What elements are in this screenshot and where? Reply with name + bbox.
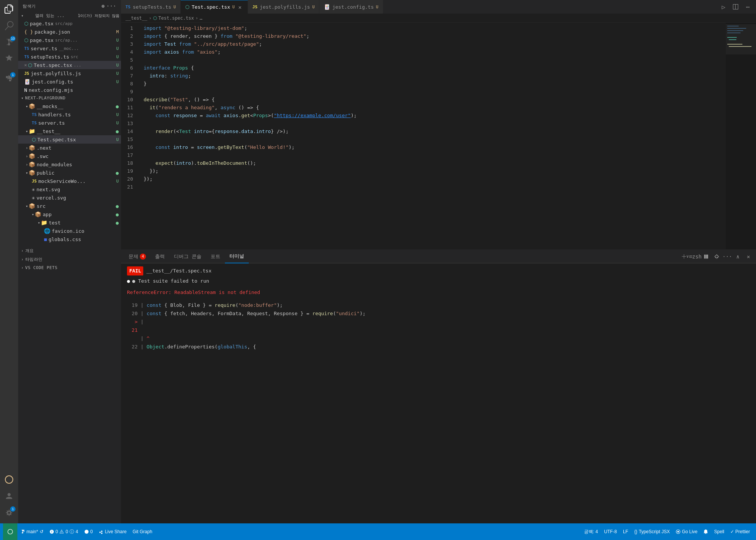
open-file-package-json[interactable]: { } package.json M (18, 28, 121, 36)
notifications-item[interactable] (700, 523, 711, 540)
json-file-icon: { } (24, 29, 33, 35)
close-file-icon[interactable]: ✕ (24, 62, 27, 68)
more-editor-actions[interactable]: ⋯ (742, 2, 753, 12)
tab-jest-polyfills[interactable]: JS jest.polyfills.js U (248, 0, 319, 14)
breadcrumb-file[interactable]: Test.spec.tsx (158, 15, 194, 21)
open-file-setuptests-ts[interactable]: TS setupTests.ts src U (18, 53, 121, 61)
line-ending-status-item[interactable]: LF (620, 523, 631, 540)
ts-file-icon2: TS (24, 54, 29, 59)
panel-tab-debug-console[interactable]: 디버그 콘솔 (169, 250, 206, 263)
code-line-19: }); (138, 167, 756, 175)
code-line-4: import axios from "axios"; (138, 48, 756, 56)
activity-bar-bottom: 1 (2, 472, 17, 523)
live-share-label: Live Share (105, 529, 126, 534)
folder-test-icon: 📁 (29, 128, 35, 134)
open-file-jest-config[interactable]: 🃏 jest.config.ts U (18, 77, 121, 86)
open-file-page-tsx-src[interactable]: ⬡ page.tsx src/ap... U (18, 36, 121, 44)
extensions-activity-icon[interactable]: 1 (2, 71, 17, 86)
account-activity-icon[interactable] (2, 489, 17, 504)
more-actions-icon[interactable]: ··· (106, 3, 116, 9)
breadcrumb-test-dir[interactable]: __test__ (125, 15, 147, 21)
explorer-activity-icon[interactable] (2, 2, 17, 17)
panel-close-button[interactable]: ✕ (744, 252, 753, 261)
svg-point-11 (677, 531, 679, 533)
code-line-14: render(<Test intro={response.data.intro}… (138, 127, 756, 135)
open-file-next-config[interactable]: N next.config.mjs (18, 86, 121, 94)
panel-tab-problems[interactable]: 문제 4 (124, 250, 150, 263)
remote-status-item[interactable] (3, 523, 17, 540)
next-svg[interactable]: ✳ next.svg (18, 185, 121, 193)
spell-status-item[interactable]: Spell (711, 523, 727, 540)
open-file-jest-polyfills[interactable]: JS jest.polyfills.js U (18, 69, 121, 77)
open-file-page-tsx-app[interactable]: ⬡ page.tsx src/app (18, 19, 121, 28)
code-content[interactable]: import "@testing-library/jest-dom"; impo… (138, 23, 756, 249)
terminal-label-btn[interactable]: ⊡ zsh (691, 252, 700, 261)
go-live-status-item[interactable]: Go Live (673, 523, 700, 540)
src-folder-icon: 📦 (29, 203, 35, 209)
prettier-status-item[interactable]: ✓ Prettier (727, 523, 753, 540)
tab-setuptests-ts[interactable]: TS setupTests.ts U (121, 0, 181, 14)
panel-tab-ports[interactable]: 포트 (206, 250, 225, 263)
mocks-folder[interactable]: ▾ 📦 __mocks__ ● (18, 102, 121, 110)
vs-code-pets-section[interactable]: › VS CODE PETS (18, 264, 121, 272)
search-activity-icon[interactable] (2, 18, 17, 33)
swc-folder[interactable]: › 📦 .swc (18, 152, 121, 160)
code-line-5 (138, 56, 756, 64)
handlers-ts[interactable]: TS handlers.ts U (18, 110, 121, 119)
vercel-svg[interactable]: ✳ vercel.svg (18, 193, 121, 202)
spaces-status-item[interactable]: 공백: 4 (581, 523, 601, 540)
sidebar: 탐색기 ⊕ ··· ▾ 열려 있는 ... 1이(가) 저장되지 않음 ⬡ pa… (18, 0, 121, 523)
settings-activity-icon[interactable]: 1 (2, 505, 17, 520)
src-folder[interactable]: ▾ 📦 src ● (18, 202, 121, 210)
test-folder[interactable]: ▾ 📁 __test__ ● (18, 127, 121, 135)
jest-icon: 🃏 (24, 79, 30, 85)
add-terminal-button[interactable]: ∨ (680, 252, 689, 261)
open-file-test-spec-tsx[interactable]: ✕ ⬡ Test.spec.tsx ... U (18, 61, 121, 69)
encoding-status-item[interactable]: UTF-8 (601, 523, 620, 540)
run-activity-icon[interactable] (2, 51, 17, 67)
terminal-error-line: ReferenceError: ReadableStream is not de… (127, 288, 750, 297)
breadcrumb-symbol[interactable]: … (200, 15, 202, 21)
test-spec-tsx-tree[interactable]: ⬡ Test.spec.tsx U (18, 135, 121, 144)
panel-tab-output[interactable]: 출력 (150, 250, 169, 263)
terminal-content[interactable]: FAIL __test__/Test.spec.tsx ● ● Test sui… (121, 263, 756, 523)
test-subfolder[interactable]: ▾ 📁 test ● (18, 218, 121, 227)
more-terminal-actions[interactable]: ··· (723, 252, 732, 261)
language-mode: {} (634, 529, 637, 534)
go-live-label: Go Live (682, 529, 697, 534)
terminal-code-line-19: 19 | const { Blob, File } = require("nod… (127, 301, 750, 309)
errors-status-item[interactable]: 0 0 ⓘ 4 (46, 523, 81, 540)
server-ts-mocks[interactable]: TS server.ts U (18, 119, 121, 127)
globals-css[interactable]: ◼ globals.css (18, 235, 121, 243)
overview-section[interactable]: › 개요 (18, 246, 121, 255)
run-tests-button[interactable]: ▷ (718, 2, 729, 12)
panel-tab-terminal[interactable]: 터미널 (225, 250, 249, 263)
split-editor-button[interactable] (730, 2, 741, 12)
open-file-server-ts[interactable]: TS server.ts __moc... U (18, 44, 121, 53)
project-section-header[interactable]: ▾ NEXT-PLAYGROUND (18, 94, 121, 102)
language-status-item[interactable]: {} TypeScript JSX (631, 523, 673, 540)
timeline-section[interactable]: › 타임라인 (18, 255, 121, 264)
lint-status-item[interactable]: 0 (81, 523, 96, 540)
tab-jest-config[interactable]: 🃏 jest.config.ts U (319, 0, 383, 14)
code-line-16: const intro = screen.getByText("Hello Wo… (138, 143, 756, 151)
tab-close-button[interactable]: ✕ (237, 4, 243, 10)
new-file-icon[interactable]: ⊕ (101, 3, 105, 9)
favicon-ico[interactable]: 🌐 favicon.ico (18, 227, 121, 235)
git-graph-item[interactable]: Git Graph (130, 523, 155, 540)
live-share-item[interactable]: Live Share (96, 523, 129, 540)
public-folder[interactable]: ▾ 📦 public ● (18, 169, 121, 177)
node-modules-folder[interactable]: › 📦 node_modules (18, 160, 121, 169)
next-folder[interactable]: › 📦 .next (18, 144, 121, 152)
remote-activity-icon[interactable] (2, 472, 17, 487)
editor-action-buttons: ▷ ⋯ (718, 0, 756, 14)
source-control-activity-icon[interactable]: 10 (2, 35, 17, 50)
kill-terminal-button[interactable] (712, 252, 721, 261)
mock-service-worker[interactable]: JS mockServiceWo... U (18, 177, 121, 185)
split-terminal-button[interactable] (702, 252, 711, 261)
branch-status-item[interactable]: main* ↺ (17, 523, 46, 540)
panel-maximize-button[interactable]: ∧ (733, 252, 742, 261)
app-folder[interactable]: ▾ 📦 app ● (18, 210, 121, 218)
open-files-section-header[interactable]: ▾ 열려 있는 ... 1이(가) 저장되지 않음 (18, 12, 121, 19)
tab-test-spec-tsx[interactable]: ⬡ Test.spec.tsx U ✕ (181, 0, 248, 14)
